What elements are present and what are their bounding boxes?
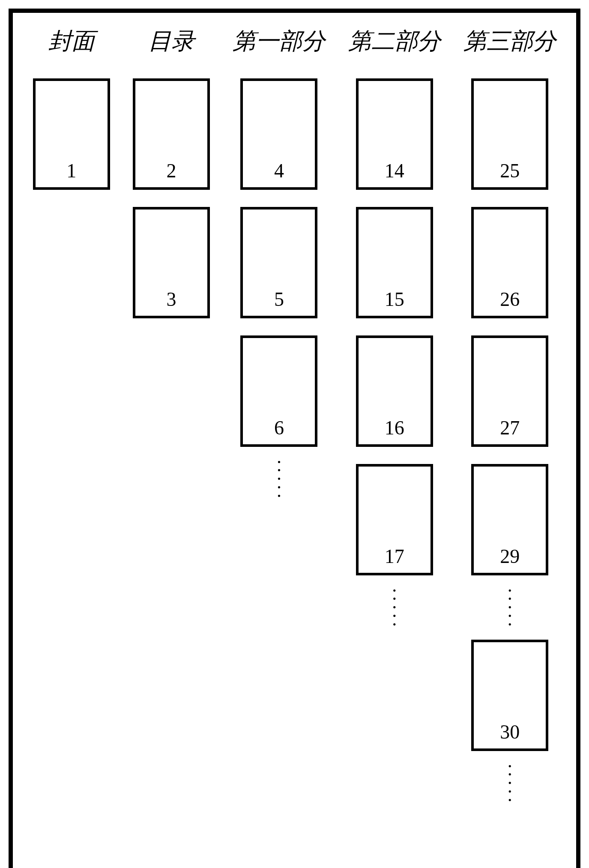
page-box: 17 <box>356 464 433 575</box>
page-number: 26 <box>474 288 546 311</box>
page-number: 4 <box>243 159 315 182</box>
page-box: 15 <box>356 207 433 318</box>
page-box: 1 <box>33 78 110 190</box>
vertical-ellipsis-icon: ····· <box>392 593 397 623</box>
page-number: 6 <box>243 416 315 439</box>
column-cover: 封面 1 <box>33 26 110 190</box>
page-box: 29 <box>471 464 548 575</box>
page-box: 30 <box>471 640 548 751</box>
columns-container: 封面 1 目录 2 3 第一部分 4 5 6 <box>21 26 568 864</box>
page-box: 5 <box>240 207 317 318</box>
page-box: 27 <box>471 335 548 447</box>
page-box: 3 <box>133 207 210 318</box>
diagram-frame: 封面 1 目录 2 3 第一部分 4 5 6 <box>9 9 580 868</box>
page-box: 25 <box>471 78 548 190</box>
vertical-ellipsis-icon: ····· <box>508 768 512 798</box>
page-number: 27 <box>474 416 546 439</box>
page-number: 14 <box>359 159 431 182</box>
page-number: 16 <box>359 416 431 439</box>
column-part-2: 第二部分 14 15 16 17 ····· <box>348 26 441 623</box>
page-box: 4 <box>240 78 317 190</box>
column-header: 第一部分 <box>233 26 325 57</box>
column-part-3: 第三部分 25 26 27 29 ····· 30 ····· <box>463 26 556 798</box>
page-box: 6 <box>240 335 317 447</box>
page-number: 15 <box>359 288 431 311</box>
column-header: 目录 <box>148 26 194 57</box>
page-number: 29 <box>474 545 546 568</box>
page-number: 30 <box>474 721 546 743</box>
column-header: 第二部分 <box>348 26 441 57</box>
page-number: 5 <box>243 288 315 311</box>
vertical-ellipsis-icon: ····· <box>277 464 281 494</box>
vertical-ellipsis-icon: ····· <box>508 593 512 623</box>
page-number: 1 <box>36 159 108 182</box>
column-header: 封面 <box>48 26 95 57</box>
page-number: 17 <box>359 545 431 568</box>
column-header: 第三部分 <box>463 26 556 57</box>
page-number: 3 <box>135 288 207 311</box>
page-number: 2 <box>135 159 207 182</box>
page-box: 2 <box>133 78 210 190</box>
column-part-1: 第一部分 4 5 6 ····· <box>233 26 325 494</box>
page-box: 26 <box>471 207 548 318</box>
page-box: 16 <box>356 335 433 447</box>
column-toc: 目录 2 3 <box>133 26 210 318</box>
page-number: 25 <box>474 159 546 182</box>
page-box: 14 <box>356 78 433 190</box>
